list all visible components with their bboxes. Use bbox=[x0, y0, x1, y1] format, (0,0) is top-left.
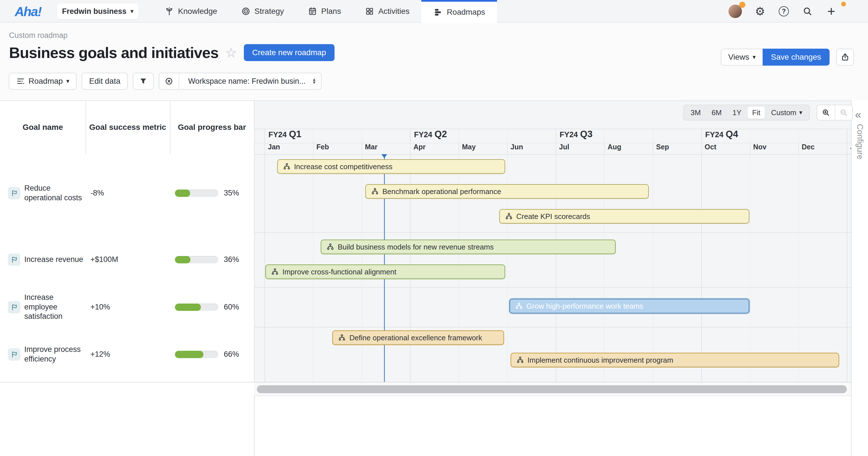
nav-item-label: Plans bbox=[321, 7, 341, 16]
favorite-star-icon[interactable]: ☆ bbox=[225, 45, 237, 60]
chevron-down-icon: ▾ bbox=[752, 54, 755, 61]
notification-dot bbox=[739, 2, 745, 8]
gantt-bar[interactable]: Define operational excellence framework bbox=[332, 331, 504, 345]
goal-progress-bar bbox=[175, 351, 218, 358]
nav-item-strategy[interactable]: Strategy bbox=[229, 0, 296, 23]
goal-row[interactable]: Increase employee satisfaction+10%60% bbox=[0, 287, 254, 327]
month-label: Mar bbox=[362, 143, 410, 154]
roadmaps-icon bbox=[433, 7, 443, 17]
gantt-bar[interactable]: Improve cross-functional alignment bbox=[265, 264, 505, 279]
add-button[interactable]: + bbox=[825, 5, 837, 18]
month-label: Jan bbox=[265, 143, 313, 154]
circle-x-icon bbox=[165, 77, 173, 85]
filter-funnel-icon bbox=[139, 77, 148, 86]
collapse-panel-icon[interactable]: « bbox=[855, 108, 868, 121]
aha-logo[interactable]: Aha! bbox=[15, 4, 41, 19]
avatar[interactable] bbox=[728, 4, 743, 19]
month-label: May bbox=[459, 143, 507, 154]
goal-progress-bar bbox=[175, 304, 218, 311]
share-button[interactable] bbox=[836, 49, 854, 66]
nav-utilities: ⚙ ? + bbox=[728, 0, 837, 23]
nav-item-roadmaps[interactable]: Roadmaps bbox=[421, 0, 497, 23]
month-label: Aug bbox=[604, 143, 653, 154]
column-header: Goal success metric bbox=[86, 101, 170, 154]
flag-icon bbox=[10, 304, 18, 311]
goal-row[interactable]: Reduce operational costs-8%35% bbox=[0, 154, 254, 232]
initiative-icon bbox=[271, 268, 279, 276]
goal-row[interactable]: Improve process efficiency+12%66% bbox=[0, 327, 254, 382]
activities-icon bbox=[365, 6, 374, 16]
month-label: Apr bbox=[410, 143, 459, 154]
goal-progress-value: 36% bbox=[224, 255, 239, 264]
view-type-button[interactable]: Roadmap ▾ bbox=[9, 73, 76, 90]
strategy-icon bbox=[241, 6, 251, 16]
page-title: Business goals and initiatives bbox=[9, 44, 218, 61]
gantt-bar[interactable]: Benchmark operational performance bbox=[365, 184, 649, 199]
select-arrows-icon: ▴▾ bbox=[313, 78, 315, 84]
month-label: Sep bbox=[653, 143, 701, 154]
goal-flag-badge bbox=[8, 348, 20, 361]
corner-notification-dot bbox=[841, 2, 846, 6]
goal-progress-fill bbox=[175, 190, 190, 197]
range-option-fit[interactable]: Fit bbox=[748, 107, 765, 119]
edit-data-button[interactable]: Edit data bbox=[82, 73, 128, 90]
month-label: Feb bbox=[313, 143, 362, 154]
configure-panel-tab: « Configure bbox=[851, 101, 868, 456]
range-option-3m[interactable]: 3M bbox=[686, 107, 705, 119]
zoom-out-icon bbox=[839, 108, 848, 117]
gantt-bar-label: Benchmark operational performance bbox=[382, 187, 501, 196]
nav-item-label: Roadmaps bbox=[447, 8, 485, 17]
search-button[interactable] bbox=[801, 5, 814, 18]
quarter-label: FY24Q3 bbox=[556, 129, 701, 143]
flag-icon bbox=[10, 351, 18, 358]
configure-label[interactable]: Configure bbox=[855, 124, 865, 160]
scrollbar-thumb[interactable] bbox=[257, 385, 847, 393]
chevron-down-icon: ▾ bbox=[130, 8, 134, 15]
horizontal-scrollbar bbox=[254, 382, 851, 396]
gantt-bar[interactable]: Increase cost competitiveness bbox=[277, 159, 505, 174]
help-icon: ? bbox=[779, 6, 789, 17]
view-toolbar: Roadmap ▾ Edit data Workspace name: Fred… bbox=[9, 73, 321, 90]
initiative-icon bbox=[516, 356, 524, 364]
goal-progress-fill bbox=[175, 304, 201, 311]
workspace-switcher[interactable]: Fredwin business ▾ bbox=[57, 3, 138, 19]
today-marker-icon bbox=[381, 154, 387, 158]
settings-button[interactable]: ⚙ bbox=[754, 5, 766, 18]
gantt-bar[interactable]: Build business models for new revenue st… bbox=[321, 239, 616, 254]
range-selector: 3M6M1YFit Custom ▾ bbox=[683, 105, 810, 120]
page-header: Custom roadmap Business goals and initia… bbox=[0, 23, 868, 101]
views-button[interactable]: Views ▾ bbox=[721, 49, 762, 66]
nav-item-label: Knowledge bbox=[178, 7, 217, 16]
goal-success-metric: +$100M bbox=[90, 255, 118, 264]
initiative-icon bbox=[283, 163, 291, 171]
workspace-filter-select[interactable]: Workspace name: Fredwin busin... ▴▾ bbox=[159, 73, 321, 90]
nav-item-plans[interactable]: Plans bbox=[296, 0, 353, 23]
range-option-custom[interactable]: Custom ▾ bbox=[767, 107, 807, 119]
filter-button[interactable] bbox=[133, 73, 154, 90]
create-new-roadmap-button[interactable]: Create new roadmap bbox=[244, 44, 335, 61]
gantt-bar-selected[interactable]: Grow high-performance work teams bbox=[509, 299, 749, 313]
initiative-icon bbox=[371, 188, 379, 196]
gantt-bar[interactable]: Create KPI scorecards bbox=[499, 209, 749, 224]
nav-item-knowledge[interactable]: Knowledge bbox=[153, 0, 229, 23]
month-label: Jan bbox=[847, 143, 851, 154]
range-option-6m[interactable]: 6M bbox=[707, 107, 726, 119]
initiative-icon bbox=[505, 212, 513, 220]
clear-filter-button[interactable] bbox=[159, 73, 179, 89]
gantt-bar-label: Increase cost competitiveness bbox=[294, 162, 393, 171]
gantt-bar-label: Build business models for new revenue st… bbox=[338, 243, 494, 252]
top-nav: Aha! Fredwin business ▾ KnowledgeStrateg… bbox=[0, 0, 868, 23]
goal-row[interactable]: Increase revenue+$100M36% bbox=[0, 232, 254, 287]
help-button[interactable]: ? bbox=[778, 5, 790, 18]
range-option-1y[interactable]: 1Y bbox=[728, 107, 746, 119]
nav-item-activities[interactable]: Activities bbox=[353, 0, 421, 23]
gantt-bar-label: Implement continuous improvement program bbox=[528, 356, 673, 365]
quarter-label: FY24Q1 bbox=[265, 129, 410, 143]
save-changes-button[interactable]: Save changes bbox=[763, 49, 830, 66]
gantt-bar[interactable]: Implement continuous improvement program bbox=[510, 353, 839, 367]
goal-success-metric: +12% bbox=[90, 350, 110, 359]
zoom-in-button[interactable] bbox=[817, 105, 835, 120]
zoom-out-button[interactable] bbox=[835, 105, 852, 120]
flag-icon bbox=[10, 190, 18, 197]
month-label: Nov bbox=[750, 143, 799, 154]
